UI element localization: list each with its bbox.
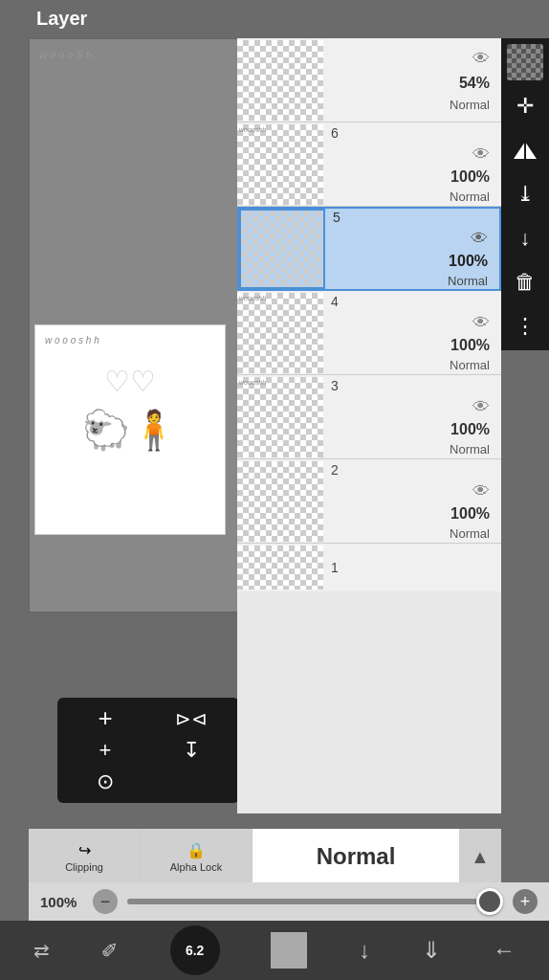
- clipping-option[interactable]: ↪ Clipping: [29, 829, 141, 884]
- move-icon[interactable]: ✛: [507, 88, 543, 124]
- layer-eye-icon[interactable]: 👁: [472, 481, 490, 501]
- svg-marker-1: [525, 142, 537, 159]
- trash-icon[interactable]: 🗑: [507, 264, 543, 301]
- layer-thumbnail: woooshh: [237, 124, 323, 205]
- layer-opacity: 100%: [450, 168, 490, 186]
- add-layer-button[interactable]: +: [62, 702, 148, 734]
- layer-blend-mode: Normal: [450, 526, 490, 541]
- layer-eye-icon[interactable]: 👁: [472, 397, 490, 417]
- layer-row[interactable]: woooshh 4 👁 100% Normal: [237, 291, 501, 375]
- canvas-area: w o o o S h w o o o s h h ♡♡ 🐑🧍: [29, 38, 249, 612]
- layer-thumbnail: woooshh: [237, 293, 323, 373]
- blend-mode-value: Normal: [317, 843, 396, 870]
- layer-blend-mode: Normal: [450, 358, 490, 372]
- opacity-value: 100%: [40, 894, 83, 910]
- move-down-icon[interactable]: ↓: [359, 937, 370, 964]
- tools-bar: ⇄ ✏ 6.2 ↓ ⇓ ←: [0, 921, 549, 980]
- alpha-lock-option[interactable]: 🔒 Alpha Lock: [141, 829, 253, 884]
- back-icon[interactable]: ←: [493, 937, 516, 964]
- layer-actions-panel: + ⊳⊲ + ↧ ⊙: [57, 698, 239, 803]
- opacity-bar: 100% − +: [29, 882, 549, 921]
- transform-tool[interactable]: ⇄: [33, 939, 50, 962]
- arrow-down-icon[interactable]: ↓: [507, 220, 543, 256]
- clipping-icon: ↪: [78, 841, 91, 859]
- alpha-lock-label: Alpha Lock: [170, 861, 222, 873]
- opacity-minus-button[interactable]: −: [93, 889, 118, 914]
- layer-number: 2: [331, 462, 339, 478]
- panel-title: Layer: [36, 8, 87, 30]
- layer-row[interactable]: 2 👁 100% Normal: [237, 459, 501, 544]
- pen-tool[interactable]: ✏: [95, 935, 124, 965]
- layer-number: 4: [331, 294, 339, 309]
- opacity-slider-track[interactable]: [127, 899, 503, 904]
- layer-row[interactable]: woooshh 6 👁 100% Normal: [237, 122, 501, 207]
- layer-row[interactable]: woooshh 3 👁 100% Normal: [237, 375, 501, 459]
- layer-blend-mode: Normal: [448, 274, 488, 288]
- clipping-label: Clipping: [65, 861, 103, 873]
- brush-size-indicator[interactable]: 6.2: [170, 925, 220, 975]
- layer-blend-mode: Normal: [450, 98, 490, 112]
- opacity-slider-thumb[interactable]: [476, 888, 503, 915]
- flip-horizontal-icon[interactable]: [507, 132, 543, 168]
- blend-mode-bar: ↪ Clipping 🔒 Alpha Lock Normal ▲: [29, 829, 501, 884]
- layer-row[interactable]: 👁 54% Normal: [237, 38, 501, 122]
- layer-eye-icon[interactable]: 👁: [472, 145, 490, 165]
- svg-marker-0: [514, 142, 525, 159]
- layer-thumbnail: woooshh: [237, 377, 323, 457]
- camera-button[interactable]: ⊙: [62, 767, 148, 798]
- blend-mode-selector[interactable]: Normal: [253, 829, 459, 884]
- layer-opacity: 54%: [459, 75, 490, 92]
- layer-blend-mode: Normal: [450, 442, 490, 457]
- layer-opacity: 100%: [450, 505, 490, 523]
- right-toolbar: ✛ ⤓ ↓ 🗑 ⋮: [501, 38, 549, 350]
- layer-thumbnail: [237, 546, 323, 590]
- layer-thumbnail: [237, 461, 323, 542]
- layer-thumbnail: [237, 40, 323, 121]
- alpha-lock-icon: 🔒: [187, 841, 206, 859]
- layer-row[interactable]: 1: [237, 544, 501, 591]
- layer-blend-mode: Normal: [450, 189, 490, 204]
- layer-number: 3: [331, 378, 339, 393]
- flip-button[interactable]: ⊳⊲: [148, 702, 234, 734]
- layer-number: 5: [333, 210, 340, 225]
- layer-opacity: 100%: [450, 337, 490, 354]
- layer-eye-icon[interactable]: 👁: [471, 229, 488, 249]
- merge-button[interactable]: ↧: [148, 734, 234, 766]
- more-options-icon[interactable]: ⋮: [507, 308, 543, 345]
- layer-number: 6: [331, 125, 339, 141]
- layer-eye-icon[interactable]: 👁: [472, 313, 490, 333]
- layer-list: 👁 54% Normal woooshh 6 👁 100% Normal 5 👁…: [237, 38, 501, 813]
- merge-down-icon[interactable]: ⤓: [507, 176, 543, 212]
- add-group-button[interactable]: +: [62, 734, 148, 766]
- layer-number: 1: [331, 560, 339, 575]
- opacity-plus-button[interactable]: +: [513, 889, 538, 914]
- layer-row-selected[interactable]: 5 👁 100% Normal: [237, 207, 501, 291]
- brush-size-value: 6.2: [186, 943, 204, 958]
- color-swatch[interactable]: [271, 932, 307, 969]
- layer-eye-icon[interactable]: 👁: [472, 49, 490, 69]
- layer-thumbnail: [239, 209, 325, 289]
- layer-opacity: 100%: [450, 421, 490, 438]
- layer-opacity: 100%: [449, 253, 488, 270]
- checkerboard-icon[interactable]: [507, 44, 543, 80]
- blend-mode-up-button[interactable]: ▲: [459, 829, 501, 884]
- collapse-icon[interactable]: ⇓: [422, 937, 441, 964]
